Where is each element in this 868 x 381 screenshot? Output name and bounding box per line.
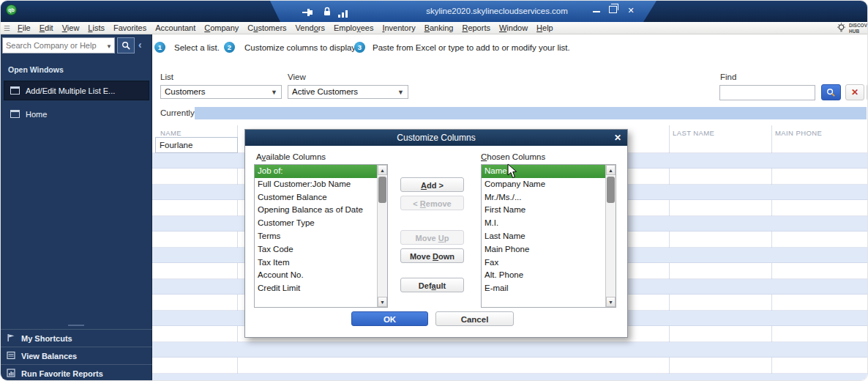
- step-1-badge: 1: [154, 42, 165, 53]
- available-column-item[interactable]: Job of:: [255, 165, 377, 178]
- menu-hamburger-icon[interactable]: ☰: [1, 24, 13, 32]
- list-dropdown[interactable]: Customers ▼: [160, 85, 282, 99]
- scroll-down-icon[interactable]: ▼: [606, 297, 616, 307]
- scroll-up-icon[interactable]: ▲: [378, 165, 387, 175]
- chosen-scrollbar[interactable]: ▲ ▼: [605, 165, 616, 307]
- add-button[interactable]: Add >: [400, 177, 464, 192]
- column-header-name: NAME: [160, 129, 182, 137]
- menu-item-lists[interactable]: Lists: [83, 23, 109, 32]
- menu-item-file[interactable]: File: [13, 23, 35, 32]
- open-window-item-home[interactable]: Home: [4, 105, 149, 123]
- view-dropdown-value: Active Customers: [292, 87, 358, 96]
- window-icon: [10, 86, 20, 95]
- available-column-item[interactable]: Credit Limit: [255, 282, 377, 295]
- open-window-item-add-edit-list[interactable]: Add/Edit Multiple List E...: [4, 81, 149, 100]
- flag-icon: [7, 333, 15, 344]
- reports-icon: [7, 369, 15, 379]
- available-column-item[interactable]: Customer Type: [255, 217, 377, 230]
- balances-icon: [7, 351, 15, 361]
- minimize-button[interactable]: [593, 6, 600, 12]
- table-row[interactable]: [152, 358, 868, 374]
- chosen-column-item[interactable]: Last Name: [482, 230, 605, 243]
- chosen-column-item[interactable]: First Name: [482, 204, 605, 217]
- find-label: Find: [720, 73, 736, 81]
- menu-item-employees[interactable]: Employees: [329, 23, 378, 32]
- chosen-column-item[interactable]: Fax: [482, 256, 605, 270]
- menu-item-help[interactable]: Help: [532, 23, 558, 32]
- search-button[interactable]: [117, 37, 135, 53]
- scrollbar-thumb[interactable]: [378, 177, 386, 203]
- sidebar-panel-view-balances[interactable]: View Balances: [1, 347, 152, 364]
- restore-button[interactable]: [609, 6, 617, 13]
- chosen-column-item[interactable]: Alt. Phone: [482, 269, 605, 282]
- search-input[interactable]: [2, 37, 115, 53]
- menu-item-reports[interactable]: Reports: [457, 23, 495, 32]
- cancel-button[interactable]: Cancel: [435, 311, 514, 326]
- available-column-item[interactable]: Account No.: [255, 269, 377, 282]
- search-icon: [121, 41, 131, 51]
- menu-item-favorites[interactable]: Favorites: [109, 23, 151, 32]
- chosen-column-item[interactable]: E-mail: [482, 282, 605, 295]
- move-down-button[interactable]: Move Down: [400, 248, 464, 263]
- menu-item-vendors[interactable]: Vendors: [291, 23, 329, 32]
- chosen-column-item[interactable]: Mr./Ms./...: [482, 191, 605, 204]
- sidebar-drag-handle[interactable]: [68, 325, 84, 326]
- menu-item-banking[interactable]: Banking: [420, 23, 458, 32]
- available-column-item[interactable]: Opening Balance as of Date: [255, 204, 377, 217]
- chosen-column-item[interactable]: Company Name: [482, 178, 605, 191]
- lock-icon[interactable]: [323, 6, 332, 19]
- signal-bars-icon[interactable]: [338, 7, 350, 21]
- view-dropdown[interactable]: Active Customers ▼: [288, 85, 408, 99]
- available-column-item[interactable]: Terms: [255, 230, 377, 243]
- menu-item-accountant[interactable]: Accountant: [151, 23, 200, 32]
- currently-editing-field[interactable]: [195, 107, 867, 119]
- chosen-column-item[interactable]: Main Phone: [482, 243, 605, 256]
- close-button[interactable]: ✕: [626, 6, 636, 15]
- available-column-item[interactable]: Customer Balance: [255, 191, 377, 204]
- scrollbar-thumb[interactable]: [607, 177, 615, 203]
- scroll-up-icon[interactable]: ▲: [606, 165, 616, 175]
- available-column-item[interactable]: Tax Code: [255, 243, 377, 256]
- available-column-item[interactable]: Tax Item: [255, 256, 377, 270]
- title-bar-center: skyline2020.skylinecloudservices.com ✕: [270, 1, 656, 22]
- sidebar-panel-run-favorite-reports[interactable]: Run Favorite Reports: [1, 364, 152, 381]
- column-header-last-name: LAST NAME: [673, 129, 714, 137]
- step-1-text: Select a list.: [174, 43, 220, 52]
- sidebar-panel-my-shortcuts[interactable]: My Shortcuts: [1, 329, 152, 347]
- scroll-down-icon[interactable]: ▼: [378, 297, 387, 307]
- pin-icon[interactable]: [302, 7, 314, 20]
- chosen-column-item[interactable]: Name: [482, 165, 605, 178]
- quickbooks-logo-icon: qb: [6, 4, 17, 15]
- remove-button[interactable]: < Remove: [400, 196, 464, 210]
- ok-button[interactable]: OK: [351, 311, 428, 326]
- available-columns-items: Job of:Full Customer:Job NameCustomer Ba…: [255, 165, 377, 307]
- chosen-column-item[interactable]: M.I.: [482, 217, 605, 230]
- menu-item-inventory[interactable]: Inventory: [378, 23, 419, 32]
- menu-bar: ☰ FileEditViewListsFavoritesAccountantCo…: [1, 22, 868, 34]
- menubar-items: FileEditViewListsFavoritesAccountantComp…: [13, 23, 558, 32]
- available-scrollbar[interactable]: ▲ ▼: [377, 165, 387, 307]
- table-row[interactable]: [152, 374, 868, 381]
- find-search-button[interactable]: [821, 84, 841, 100]
- available-column-item[interactable]: Full Customer:Job Name: [255, 178, 377, 191]
- menu-item-window[interactable]: Window: [495, 23, 532, 32]
- table-row[interactable]: [152, 342, 868, 358]
- menu-item-view[interactable]: View: [58, 23, 84, 32]
- menu-item-customers[interactable]: Customers: [243, 23, 291, 32]
- collapse-sidebar-chevron-icon[interactable]: ‹: [138, 39, 142, 51]
- available-columns-listbox: Job of:Full Customer:Job NameCustomer Ba…: [254, 164, 388, 308]
- chosen-columns-label: Chosen Columns: [481, 152, 545, 161]
- customize-columns-dialog: Customize Columns ✕ Available Columns Ch…: [244, 129, 628, 338]
- find-clear-button[interactable]: ✕: [845, 84, 864, 100]
- discover-hub-button[interactable]: DISCOV HUB: [836, 22, 867, 34]
- chevron-down-icon: ▼: [397, 86, 404, 99]
- find-input[interactable]: [719, 85, 815, 100]
- menu-item-company[interactable]: Company: [200, 23, 243, 32]
- menu-item-edit[interactable]: Edit: [35, 23, 58, 32]
- dialog-title: Customize Columns: [245, 130, 627, 146]
- grid-cell-name[interactable]: Fourlane: [155, 137, 238, 153]
- chevron-down-icon: ▼: [271, 86, 277, 99]
- dialog-close-icon[interactable]: ✕: [614, 130, 621, 146]
- default-button[interactable]: Default: [400, 278, 464, 292]
- move-up-button[interactable]: Move Up: [400, 230, 464, 245]
